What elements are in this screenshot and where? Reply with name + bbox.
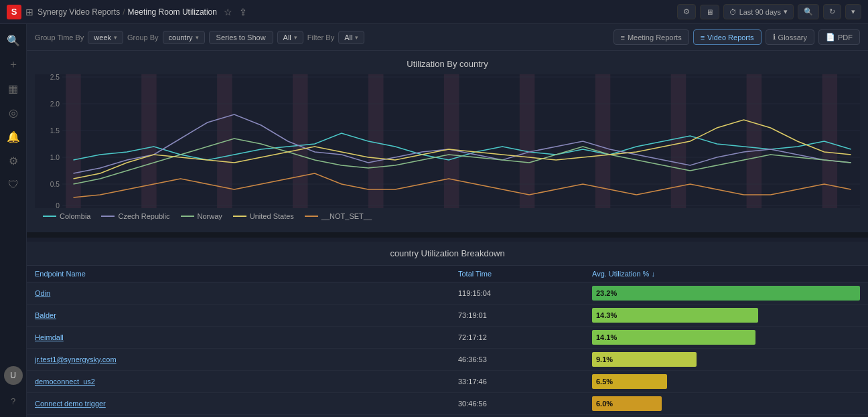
col-header-endpoint[interactable]: Endpoint Name xyxy=(35,270,458,278)
legend-czech: Czech Republic xyxy=(101,212,169,220)
legend-line-us xyxy=(233,216,246,217)
chevron-down-icon: ▾ xyxy=(784,7,788,16)
table-section: country Utilization Breakdown Endpoint N… xyxy=(27,242,868,417)
more-btn[interactable]: ▾ xyxy=(845,4,861,19)
time-range-btn[interactable]: ⏱ Last 90 days ▾ xyxy=(723,4,794,19)
chart-container: 2.5 2.0 1.5 1.0 0.5 0 xyxy=(35,74,860,208)
svg-rect-9 xyxy=(671,74,686,208)
util-bar-container: 14.3% xyxy=(592,308,860,323)
star-icon[interactable]: ☆ xyxy=(224,7,232,17)
app-logo: S xyxy=(7,5,21,19)
total-time-value: 119:15:04 xyxy=(458,289,592,297)
legend-us: United States xyxy=(233,212,294,220)
total-time-value: 73:19:01 xyxy=(458,311,592,319)
chevron-down-icon-4: ▾ xyxy=(355,34,358,41)
breadcrumb: Synergy Video Reports / Meeting Room Uti… xyxy=(38,7,217,17)
sidebar-item-bell[interactable]: 🔔 xyxy=(3,126,24,147)
chevron-down-icon-1: ▾ xyxy=(114,34,117,41)
video-reports-label: Video Reports xyxy=(707,33,754,41)
share-icon[interactable]: ⇪ xyxy=(239,7,247,17)
sidebar-item-grid[interactable]: ▦ xyxy=(3,78,24,99)
legend-norway: Norway xyxy=(181,212,222,220)
legend-label-colombia: Colombia xyxy=(60,212,90,220)
main-layout: 🔍 ＋ ▦ ◎ 🔔 ⚙ 🛡 U ? Group Time By week ▾ G… xyxy=(0,24,868,417)
util-bar: 6.5% xyxy=(592,374,667,389)
table-title: country Utilization Breakdown xyxy=(27,242,868,266)
sidebar-item-target[interactable]: ◎ xyxy=(3,102,24,123)
svg-text:2.0: 2.0 xyxy=(50,100,60,108)
main-content: Group Time By week ▾ Group By country ▾ … xyxy=(27,24,868,417)
breadcrumb-separator: / xyxy=(123,7,125,17)
sidebar-item-search[interactable]: 🔍 xyxy=(3,29,24,51)
info-icon: ℹ xyxy=(773,33,776,41)
sidebar: 🔍 ＋ ▦ ◎ 🔔 ⚙ 🛡 U ? xyxy=(0,24,27,417)
breadcrumb-link-1[interactable]: Synergy Video Reports xyxy=(38,7,120,17)
table-row: Odin 119:15:04 23.2% xyxy=(27,282,868,305)
chart-legend: Colombia Czech Republic Norway United St… xyxy=(35,208,860,224)
filter-by-label: Filter By xyxy=(307,33,334,41)
table-row: Connect demo trigger 30:46:56 6.0% xyxy=(27,393,868,415)
top-nav: S ⊞ Synergy Video Reports / Meeting Room… xyxy=(0,0,868,24)
table-body: Odin 119:15:04 23.2% Balder 73:19:01 14.… xyxy=(27,282,868,417)
user-avatar[interactable]: U xyxy=(4,366,23,385)
refresh-btn[interactable]: ↻ xyxy=(823,4,841,19)
legend-line-norway xyxy=(181,216,194,217)
svg-text:0: 0 xyxy=(56,202,60,208)
svg-rect-2 xyxy=(141,74,157,208)
search-btn[interactable]: 🔍 xyxy=(798,4,819,19)
util-bar-container: 6.0% xyxy=(592,396,860,411)
sidebar-item-shield[interactable]: 🛡 xyxy=(3,174,24,195)
glossary-btn[interactable]: ℹ Glossary xyxy=(766,29,814,45)
col-header-total-time[interactable]: Total Time xyxy=(458,270,592,278)
svg-rect-1 xyxy=(66,74,81,208)
svg-rect-4 xyxy=(293,74,308,208)
all-dropdown-2[interactable]: All ▾ xyxy=(338,31,364,44)
grid-icon[interactable]: ⊞ xyxy=(25,7,33,17)
group-by-dropdown[interactable]: country ▾ xyxy=(163,31,205,44)
group-time-by-label: Group Time By xyxy=(35,33,84,41)
endpoint-link[interactable]: Connect demo trigger xyxy=(35,400,458,408)
util-bar-container: 6.5% xyxy=(592,374,860,389)
meeting-reports-btn[interactable]: ≡ Meeting Reports xyxy=(613,29,689,45)
sidebar-item-help[interactable]: ? xyxy=(3,390,24,412)
report-buttons: ≡ Meeting Reports ≡ Video Reports ℹ Glos… xyxy=(613,29,860,45)
endpoint-link[interactable]: Odin xyxy=(35,289,458,297)
table-row: Balder 73:19:01 14.3% xyxy=(27,305,868,327)
svg-text:1.5: 1.5 xyxy=(50,127,60,135)
settings-btn[interactable]: ⚙ xyxy=(677,4,696,19)
util-bar: 14.1% xyxy=(592,330,755,345)
video-reports-btn[interactable]: ≡ Video Reports xyxy=(693,29,762,45)
util-bar-container: 23.2% xyxy=(592,286,860,301)
endpoint-link[interactable]: Balder xyxy=(35,311,458,319)
nav-right-controls: ⚙ 🖥 ⏱ Last 90 days ▾ 🔍 ↻ ▾ xyxy=(677,4,861,19)
endpoint-link[interactable]: Heimdall xyxy=(35,333,458,341)
col-header-avg-util[interactable]: Avg. Utilization % xyxy=(592,270,860,278)
filter-bar: Group Time By week ▾ Group By country ▾ … xyxy=(27,24,868,51)
series-to-show-btn[interactable]: Series to Show xyxy=(209,31,273,44)
group-time-by-dropdown[interactable]: week ▾ xyxy=(88,31,123,44)
util-bar: 14.3% xyxy=(592,308,758,323)
util-bar: 23.2% xyxy=(592,286,860,301)
endpoint-link[interactable]: democonnect_us2 xyxy=(35,378,458,386)
monitor-btn[interactable]: 🖥 xyxy=(700,5,719,19)
all-dropdown-1[interactable]: All ▾ xyxy=(277,31,303,44)
svg-rect-10 xyxy=(747,74,762,208)
utilization-chart: 2.5 2.0 1.5 1.0 0.5 0 xyxy=(35,74,860,208)
breadcrumb-current: Meeting Room Utilization xyxy=(128,7,217,17)
group-by-value: country xyxy=(169,33,193,41)
total-time-value: 30:46:56 xyxy=(458,400,592,408)
table-header: Endpoint Name Total Time Avg. Utilizatio… xyxy=(27,266,868,282)
svg-rect-6 xyxy=(444,74,459,208)
group-by-label: Group By xyxy=(127,33,158,41)
chevron-down-icon-2: ▾ xyxy=(196,34,199,41)
sidebar-item-settings[interactable]: ⚙ xyxy=(3,150,24,171)
sidebar-item-add[interactable]: ＋ xyxy=(3,54,24,75)
endpoint-link[interactable]: jr.test1@synergysky.com xyxy=(35,355,458,363)
legend-label-notset: __NOT_SET__ xyxy=(321,212,372,220)
legend-line-czech xyxy=(101,216,115,217)
pdf-btn[interactable]: 📄 PDF xyxy=(818,29,860,45)
total-time-value: 72:17:12 xyxy=(458,333,592,341)
legend-label-norway: Norway xyxy=(198,212,222,220)
all-value-1: All xyxy=(283,33,291,41)
legend-line-notset xyxy=(305,216,318,217)
